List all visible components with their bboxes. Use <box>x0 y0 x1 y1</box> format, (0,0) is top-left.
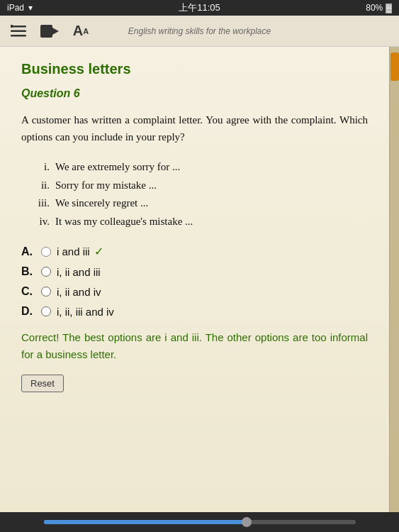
section-title: Business letters <box>21 61 368 77</box>
answer-row-d[interactable]: D. i, ii, iii and iv <box>21 305 368 318</box>
battery-percent: 80% <box>366 3 383 13</box>
scrollbar-thumb[interactable] <box>390 52 399 81</box>
svg-rect-0 <box>11 26 26 28</box>
answer-text-b: i, ii and iii <box>57 266 101 278</box>
radio-b[interactable] <box>41 267 51 277</box>
svg-rect-4 <box>40 25 52 38</box>
answers-section: A. i and iii ✓ B. i, ii and iii C. i, ii… <box>21 245 368 318</box>
option-text-2: Sorry for my mistake ... <box>55 177 157 195</box>
bottom-bar <box>0 512 399 532</box>
feedback-text: Correct! The best options are i and iii.… <box>21 329 368 363</box>
question-text: A customer has written a complaint lette… <box>21 111 368 145</box>
status-left: iPad ▾ <box>7 3 33 13</box>
option-text-3: We sincerely regret ... <box>55 194 148 213</box>
option-text-4: It was my colleague's mistake ... <box>55 213 193 231</box>
status-right: 80% ▓ <box>366 3 392 13</box>
svg-rect-1 <box>11 30 26 32</box>
option-text-1: We are extremely sorry for ... <box>55 158 180 177</box>
answer-row-b[interactable]: B. i, ii and iii <box>21 265 368 278</box>
answer-row-c[interactable]: C. i, ii and iv <box>21 285 368 298</box>
svg-marker-5 <box>52 28 59 35</box>
battery-icon: ▓ <box>386 3 392 13</box>
status-time: 上午11:05 <box>179 1 220 14</box>
wifi-icon: ▾ <box>28 3 33 13</box>
answer-letter-d: D. <box>21 305 41 318</box>
option-num-2: ii. <box>28 177 50 195</box>
answer-row-a[interactable]: A. i and iii ✓ <box>21 245 368 258</box>
page-wrapper: Business letters Question 6 A customer h… <box>0 47 399 512</box>
question-label: Question 6 <box>21 87 368 100</box>
answer-text-d: i, ii, iii and iv <box>57 306 114 318</box>
list-item: ii. Sorry for my mistake ... <box>28 177 368 195</box>
option-num-3: iii. <box>28 194 50 213</box>
status-bar: iPad ▾ 上午11:05 80% ▓ <box>0 0 399 16</box>
toolbar: AA English writing skills for the workpl… <box>0 16 399 47</box>
progress-bar-fill <box>44 520 247 524</box>
radio-c[interactable] <box>41 287 51 297</box>
svg-rect-3 <box>11 25 13 28</box>
device-label: iPad <box>7 3 24 13</box>
options-list: i. We are extremely sorry for ... ii. So… <box>21 158 368 231</box>
radio-a[interactable] <box>41 247 51 257</box>
list-item: iii. We sincerely regret ... <box>28 194 368 213</box>
checkmark-a: ✓ <box>94 245 103 258</box>
answer-letter-b: B. <box>21 265 41 278</box>
list-item: i. We are extremely sorry for ... <box>28 158 368 177</box>
option-num-4: iv. <box>28 213 50 231</box>
reset-button[interactable]: Reset <box>21 375 64 392</box>
font-size-icon[interactable]: AA <box>71 21 91 41</box>
answer-letter-a: A. <box>21 245 41 258</box>
list-item: iv. It was my colleague's mistake ... <box>28 213 368 231</box>
scrollbar-track[interactable] <box>389 47 399 512</box>
list-icon[interactable] <box>9 21 28 41</box>
progress-thumb[interactable] <box>242 517 252 527</box>
answer-letter-c: C. <box>21 285 41 298</box>
answer-text-a: i and iii <box>57 245 90 257</box>
progress-bar-track[interactable] <box>44 520 356 524</box>
video-icon[interactable] <box>40 21 60 41</box>
radio-d[interactable] <box>41 306 51 316</box>
main-content: Business letters Question 6 A customer h… <box>0 47 389 512</box>
toolbar-subtitle: English writing skills for the workplace <box>128 26 271 36</box>
svg-rect-2 <box>11 35 26 37</box>
answer-text-c: i, ii and iv <box>57 286 101 298</box>
option-num-1: i. <box>28 158 50 177</box>
